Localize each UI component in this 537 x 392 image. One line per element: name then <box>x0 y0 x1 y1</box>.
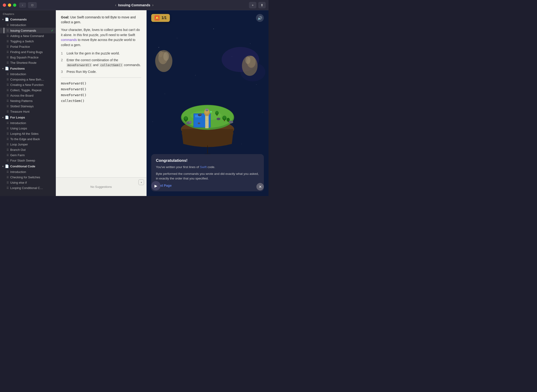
lines-icon: ☰ <box>6 23 9 27</box>
lines-icon: ☰ <box>6 105 9 108</box>
content-scroll[interactable]: Goal: Use Swift commands to tell Byte to… <box>56 10 146 177</box>
svg-point-4 <box>163 52 169 61</box>
sidebar-item-conditional-intro[interactable]: ☰ Introduction <box>0 169 56 175</box>
close-congrats-button[interactable]: ✕ <box>256 183 264 190</box>
sidebar-item-branch-out[interactable]: ☰ Branch Out <box>0 147 56 153</box>
step-2-code2: collectGem() <box>99 63 123 67</box>
sidebar-item-gem-farm[interactable]: ☰ Gem Farm <box>0 153 56 158</box>
sidebar-item-commands-intro[interactable]: ☰ Introduction <box>0 22 56 28</box>
step-2: 2 Enter the correct combination of the m… <box>61 58 141 67</box>
chapter-conditional-code-label: Conditional Code <box>10 165 35 168</box>
lesson-label: Introduction <box>10 121 26 125</box>
next-chapter-button[interactable]: › <box>152 3 153 7</box>
goal-label: Goal: <box>61 15 69 19</box>
prev-chapter-button[interactable]: ‹ <box>115 3 116 7</box>
main-layout: Chapters ▾ 📄 Commands ☰ Introduction ☰ I… <box>0 10 268 196</box>
share-button[interactable]: ⬆ <box>258 2 266 8</box>
chapter-conditional-code: ▾ 📄 Conditional Code ☰ Introduction ☰ Ch… <box>0 163 56 191</box>
sidebar-item-treasure-hunt[interactable]: ☰ Treasure Hunt <box>0 109 56 114</box>
chapter-functions-label: Functions <box>10 67 25 70</box>
lesson-label: Loop Jumper <box>10 143 28 146</box>
traffic-lights <box>3 4 16 7</box>
chapter-functions-title[interactable]: ▾ 📄 Functions <box>0 65 56 71</box>
chapter-for-loops-title[interactable]: ▾ 📄 For Loops <box>0 114 56 120</box>
chapter-commands-title[interactable]: ▾ 📄 Commands <box>0 16 56 22</box>
lines-icon: ☰ <box>6 187 9 190</box>
suggestion-toggle-button[interactable]: ▾ <box>139 179 144 185</box>
back-button[interactable]: ‹ <box>19 3 26 8</box>
chapter-functions: ▾ 📄 Functions ☰ Introduction ☰ Composing… <box>0 65 56 114</box>
svg-point-38 <box>227 118 230 121</box>
sidebar-item-portal-practice[interactable]: ☰ Portal Practice <box>0 44 56 49</box>
sidebar-toggle-icon: ⊡ <box>31 4 33 7</box>
lesson-label: Portal Practice <box>10 45 30 48</box>
congratulations-panel: Congratulations! You've written your fir… <box>151 154 264 191</box>
sidebar-item-issuing-commands[interactable]: ☰ Issuing Commands ✓ <box>0 28 56 33</box>
lines-icon: ☰ <box>6 94 9 97</box>
sidebar-item-loop-jumper[interactable]: ☰ Loop Jumper <box>0 142 56 147</box>
sidebar-item-checking-switches[interactable]: ☰ Checking for Switches <box>0 175 56 180</box>
sidebar-item-adding-new-command[interactable]: ☰ Adding a New Command <box>0 33 56 39</box>
step-2-num: 2 <box>61 58 64 67</box>
chapter-for-loops-icon: 📄 <box>5 116 9 119</box>
chevron-down-icon: ▾ <box>2 18 4 21</box>
sidebar-toggle-button[interactable]: ⊡ <box>28 2 37 8</box>
lesson-label: Adding a New Command <box>10 34 44 38</box>
congrats-text-1: You've written your first lines of <box>156 165 200 169</box>
lesson-label: Toggling a Switch <box>10 40 34 43</box>
lesson-label: The Shortest Route <box>10 61 37 65</box>
sidebar-item-to-edge-and-back[interactable]: ☰ To the Edge and Back <box>0 136 56 142</box>
sidebar-item-functions-intro[interactable]: ☰ Introduction <box>0 71 56 77</box>
lines-icon: ☰ <box>6 138 9 141</box>
divider <box>61 78 141 78</box>
sidebar-item-looping-conditional[interactable]: ☰ Looping Conditional C… <box>0 185 56 191</box>
lines-icon: ☰ <box>6 110 9 113</box>
code-block[interactable]: moveForward() moveForward() moveForward(… <box>61 80 141 104</box>
minimize-window-button[interactable] <box>8 4 11 7</box>
sidebar-item-creating-new-function[interactable]: ☰ Creating a New Function <box>0 82 56 88</box>
lines-icon: ☰ <box>6 73 9 76</box>
commands-link[interactable]: commands <box>61 38 77 42</box>
lesson-label: Treasure Hunt <box>10 110 30 113</box>
chapter-conditional-code-title[interactable]: ▾ 📄 Conditional Code <box>0 163 56 169</box>
sidebar-item-looping-all-sides[interactable]: ☰ Looping All the Sides <box>0 131 56 136</box>
svg-point-40 <box>189 121 192 123</box>
sidebar-item-nesting-patterns[interactable]: ☰ Nesting Patterns <box>0 98 56 104</box>
sidebar-item-four-stash-sweep[interactable]: ☰ Four Stash Sweep <box>0 158 56 163</box>
lines-icon: ☰ <box>6 143 9 146</box>
lines-icon: ☰ <box>6 154 9 157</box>
sidebar-item-for-loops-intro[interactable]: ☰ Introduction <box>0 120 56 126</box>
sidebar-item-bug-squash-practice[interactable]: ☰ Bug Squash Practice <box>0 55 56 60</box>
sidebar-item-slotted-stairways[interactable]: ☰ Slotted Stairways <box>0 104 56 109</box>
sidebar-item-collect-toggle-repeat[interactable]: ☰ Collect, Toggle, Repeat <box>0 88 56 93</box>
lesson-label: Composing a New Beh… <box>10 78 44 81</box>
sidebar-item-using-loops[interactable]: ☰ Using Loops <box>0 126 56 131</box>
congrats-body-line2: Byte performed the commands you wrote an… <box>156 172 259 181</box>
goal-body: Use Swift commands to tell Byte to move … <box>61 15 136 24</box>
lines-icon: ☰ <box>6 78 9 81</box>
sidebar-item-composing-new-behavior[interactable]: ☰ Composing a New Beh… <box>0 77 56 82</box>
sidebar-item-using-else-if[interactable]: ☰ Using else if <box>0 180 56 185</box>
lines-icon: ☰ <box>6 181 9 184</box>
sidebar-item-toggling-switch[interactable]: ☰ Toggling a Switch <box>0 39 56 44</box>
lines-icon: ☰ <box>6 159 9 162</box>
lesson-label: Slotted Stairways <box>10 104 33 108</box>
swift-link[interactable]: Swift <box>200 165 207 169</box>
chapter-functions-icon: 📄 <box>5 67 9 70</box>
add-button[interactable]: + <box>249 2 256 8</box>
no-suggestions-label: No Suggestions <box>91 185 112 189</box>
svg-point-33 <box>223 116 226 119</box>
play-button[interactable]: ▶ <box>151 181 161 190</box>
game-area: 🔔 1/1 🔊 <box>147 10 268 196</box>
code-line-4: collectGem() <box>61 98 141 104</box>
close-window-button[interactable] <box>3 4 6 7</box>
step-1-num: 1 <box>61 51 64 56</box>
lesson-label: Nesting Patterns <box>10 99 32 103</box>
lines-icon: ☰ <box>6 89 9 92</box>
maximize-window-button[interactable] <box>13 4 16 7</box>
play-icon: ▶ <box>154 184 157 188</box>
code-line-1: moveForward() <box>61 80 141 86</box>
sidebar-item-across-the-board[interactable]: ☰ Across the Board <box>0 93 56 98</box>
sidebar-item-finding-fixing-bugs[interactable]: ☰ Finding and Fixing Bugs <box>0 49 56 55</box>
sidebar-item-shortest-route[interactable]: ☰ The Shortest Route <box>0 60 56 65</box>
